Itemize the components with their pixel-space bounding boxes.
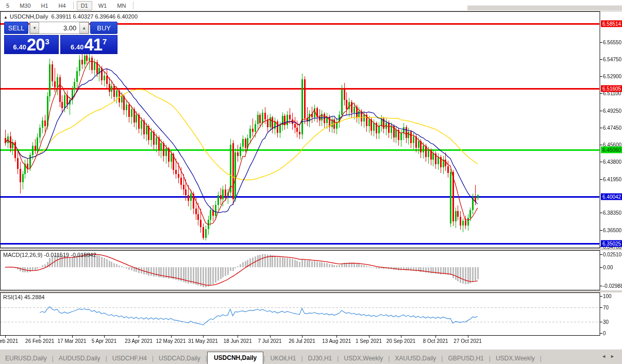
price-line-badge[interactable]: 6.35025 — [601, 240, 622, 247]
volume-increase-icon[interactable]: ▲ — [79, 22, 89, 33]
price-axis-tick: 6.43800 — [603, 159, 621, 164]
chart-tab-dj30-h1[interactable]: DJ30,H1 — [303, 353, 338, 364]
price-axis-tick: 6.52900 — [603, 74, 621, 79]
timeframe-button-5[interactable]: 5 — [2, 1, 13, 10]
date-axis-label: 26 Feb 2021 — [25, 338, 54, 344]
timeframe-toolbar: 5M30H1H4D1W1MN — [0, 0, 622, 11]
chart-tab-usdx-weekly[interactable]: USDX,Weekly — [491, 353, 540, 364]
toolbar-separator — [73, 2, 74, 9]
chart-tab-gbpusd-h1[interactable]: GBPUSD,H1 — [443, 353, 489, 364]
toolbar-grip — [467, 5, 622, 10]
volume-stepper: ▼ 3.00 ▲ — [29, 22, 89, 34]
sell-quote-box[interactable]: 6.40 20 3 — [4, 35, 59, 54]
timeframe-button-mn[interactable]: MN — [113, 1, 130, 10]
volume-input[interactable]: 3.00 — [39, 22, 79, 33]
date-axis-label: 20 Sep 2021 — [386, 338, 416, 344]
sell-price-small: 6.40 — [13, 43, 26, 51]
date-axis-label: 26 Jul 2021 — [289, 338, 315, 344]
buy-price-small: 6.40 — [71, 43, 83, 51]
tabs-scroll-left-icon[interactable]: ◄ — [601, 354, 610, 359]
timeframe-button-h4[interactable]: H4 — [55, 1, 70, 10]
chart-tab-xauusd-daily[interactable]: XAUUSD,Daily — [390, 353, 441, 364]
symbol-title: USDCNH,Daily — [10, 13, 48, 20]
chart-tab-usdcad-daily[interactable]: USDCAD,Daily — [154, 353, 206, 364]
price-line-badge[interactable]: 6.45060 — [601, 147, 622, 153]
macd-axis-tick: -0.029885 — [603, 283, 622, 289]
chart-tab-ukoil-h1[interactable]: UKOil,H1 — [265, 353, 301, 364]
date-axis-label: 18 Jun 2021 — [224, 338, 252, 344]
chart-tab-eurusd-daily[interactable]: EURUSD,Daily — [0, 353, 52, 364]
buy-price-sup: 7 — [103, 37, 107, 46]
price-axis-tick: 6.47450 — [603, 125, 621, 130]
timeframe-button-h1[interactable]: H1 — [37, 1, 53, 10]
date-axis-label: 8 Oct 2021 — [423, 338, 448, 344]
macd-axis-tick: 0.025108 — [603, 252, 622, 257]
chart-tab-usdx-weekly[interactable]: USDX,Weekly — [339, 353, 388, 364]
date-axis-label: 7 Jul 2021 — [258, 338, 282, 344]
date-axis-label: 8 Feb 2021 — [0, 338, 18, 344]
timeframe-button-d1[interactable]: D1 — [77, 1, 92, 10]
macd-axis-tick: 0.00 — [603, 265, 613, 270]
chart-tab-audusd-daily[interactable]: AUDUSD,Daily — [54, 353, 106, 364]
date-axis-label: 17 Mar 2021 — [58, 338, 87, 344]
tab-separator: | — [540, 355, 542, 364]
buy-quote-box[interactable]: 6.40 41 7 — [60, 35, 117, 54]
price-axis-tick: 6.56550 — [603, 40, 621, 45]
price-line-badge[interactable]: 6.58514 — [601, 21, 622, 27]
price-axis-tick: 6.36500 — [603, 227, 621, 233]
macd-label: MACD(12,26,9) -0.011519 -0.015942 — [3, 252, 96, 258]
sell-price-big: 20 — [27, 36, 45, 53]
ohlc-values: 6.39911 6.40327 6.39646 6.40200 — [52, 13, 138, 20]
date-axis-label: 31 May 2021 — [188, 338, 218, 344]
date-axis-label: 1 Sep 2021 — [356, 338, 382, 344]
price-axis-tick: 6.49250 — [603, 108, 621, 113]
chart-title: ▲USDCNH,Daily 6.39911 6.40327 6.39646 6.… — [4, 13, 138, 20]
buy-price-big: 41 — [84, 36, 102, 53]
sell-button[interactable]: SELL — [4, 22, 28, 34]
date-axis-label: 23 Apr 2021 — [125, 338, 153, 344]
date-axis-label: 27 Oct 2021 — [453, 338, 481, 344]
collapse-panel-icon[interactable]: ▲ — [4, 15, 8, 20]
rsi-axis-tick: 30 — [603, 319, 609, 325]
rsi-value: 45.2884 — [24, 294, 45, 300]
sell-price-sup: 3 — [45, 37, 49, 46]
rsi-axis-tick: 70 — [603, 304, 609, 310]
rsi-axis-tick: 0 — [603, 331, 606, 336]
chart-tab-usdcnh-daily[interactable]: USDCNH,Daily — [207, 352, 263, 364]
buy-button[interactable]: BUY — [90, 22, 117, 34]
toolbar-separator — [133, 2, 133, 9]
price-line-badge[interactable]: 6.51605 — [601, 85, 622, 92]
chart-tabbar: EURUSD,Daily|AUDUSD,Daily|USDCHF,H4|USDC… — [0, 349, 622, 364]
rsi-label: RSI(14) 45.2884 — [3, 294, 45, 300]
date-axis-label: 12 May 2021 — [156, 338, 186, 344]
timeframe-button-w1[interactable]: W1 — [94, 1, 111, 10]
rsi-axis-tick: 100 — [603, 293, 612, 299]
timeframe-button-m30[interactable]: M30 — [15, 1, 35, 10]
one-click-trade-panel: SELL ▼ 3.00 ▲ BUY 6.40 20 3 6.40 41 7 — [4, 22, 117, 54]
price-axis-tick: 6.38350 — [603, 210, 621, 216]
price-line-badge[interactable]: 6.40042 — [601, 194, 622, 200]
tabs-scroll-right-icon[interactable]: ► — [610, 354, 619, 359]
price-axis-tick: 6.41950 — [603, 176, 621, 182]
macd-signal-value: -0.015942 — [71, 252, 96, 258]
date-axis-label: 5 Apr 2021 — [92, 338, 116, 344]
volume-decrease-icon[interactable]: ▼ — [30, 22, 39, 33]
macd-main-value: -0.011519 — [44, 252, 69, 258]
date-axis-label: 13 Aug 2021 — [322, 338, 351, 344]
terminal-window: 5M30H1H4D1W1MN ▲USDCNH,Daily 6.39911 6.4… — [0, 0, 622, 364]
chart-tab-usdchf-h4[interactable]: USDCHF,H4 — [107, 353, 152, 364]
price-axis-tick: 6.54750 — [603, 56, 621, 62]
